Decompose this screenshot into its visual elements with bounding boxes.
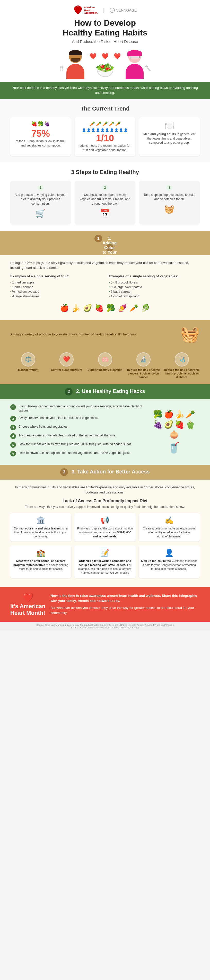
plate-icon: 🍽️: [143, 121, 196, 130]
woman-hair: [127, 50, 142, 56]
weight-icon-circle: ⚖️: [21, 352, 35, 366]
footer-subtext: But whatever actions you choose, they pa…: [50, 605, 200, 615]
header-section: American Heart Association. | ✓ VENNGAGE…: [0, 0, 210, 82]
digestion-label: Support healthy digestion: [88, 368, 122, 372]
woman-character: 🥄: [126, 50, 151, 79]
hack-item-6: 6 Look for low/no-sodium options for can…: [10, 451, 143, 457]
bp-icon: ❤️: [63, 356, 70, 363]
fruit-column: Examples of a single serving of fruit: 1…: [10, 274, 101, 299]
benefit-digestion: 🫁 Support healthy digestion: [87, 352, 123, 379]
hack-text-3: Choose whole fruits and vegetables.: [19, 425, 68, 429]
man-body: [66, 64, 84, 79]
fruit-icon: 🍇: [44, 121, 50, 127]
food-icon-2: 🍎: [164, 410, 173, 419]
infographic: American Heart Association. | ✓ VENNGAGE…: [0, 0, 210, 631]
strawberry-icon-2: 🍓: [95, 304, 104, 312]
action-text-6: Sign up for 'You're the Cure' and then s…: [141, 559, 198, 571]
man-figure: [66, 50, 84, 79]
food-icon-1: 🥦: [153, 410, 163, 419]
cancer-icon: 🔬: [140, 356, 147, 363]
basket-text: Adding a variety of produce to your diet…: [10, 332, 175, 336]
lack-subtitle: There are ways that you can actively sup…: [10, 505, 200, 509]
carrot-icon: 🥕: [89, 121, 95, 127]
heart-icon-1: ❤️: [90, 53, 96, 60]
spoon-icon: 🥄: [145, 65, 151, 79]
step-text-2: Use hacks to incorporate more veggies an…: [79, 193, 131, 205]
aha-text: American Heart Association.: [84, 6, 98, 14]
trend-number-2: 1/10: [79, 133, 131, 144]
section3-header-text: 3. Take Action for Better Access: [72, 469, 150, 474]
hack-item-3: 3 Choose whole fruits and vegetables.: [10, 425, 143, 430]
section1-header-text: 1. Adding Color to Your Diet: [106, 244, 114, 251]
fruit-item-2: 1 small banana: [10, 285, 101, 290]
woman-glasses: [130, 56, 139, 58]
footer-left: ❤️ It's American Heart Month!: [10, 592, 45, 617]
food-icon-8: 🫑: [186, 420, 195, 429]
food-icon-7: 🍓: [175, 420, 184, 429]
veg-item-2: ½ a large sweet potato: [109, 285, 200, 290]
action-intro: In many communities, fruits and vegetabl…: [10, 485, 200, 495]
strawberry-icon: 🍓: [31, 121, 37, 127]
step-card-3: 3 Take steps to improve access to fruits…: [139, 181, 200, 224]
broccoli-icon: 🥦: [38, 121, 43, 127]
benefits-row: ⚖️ Manage weight ❤️ Control blood pressu…: [0, 348, 210, 384]
step-number-1: 1: [38, 185, 44, 191]
apple-icon: 🍎: [60, 304, 69, 312]
action-text-4: Meet with an after-school or daycare pro…: [12, 559, 69, 571]
section2-header: 2 2. Use Healthy Eating Hacks: [0, 384, 210, 399]
footer-title: It's American Heart Month!: [10, 603, 45, 617]
hack-num-1: 1: [10, 404, 16, 410]
trend-cards: 🍓 🥦 🍇 75% of the US population is low in…: [10, 117, 200, 156]
section1-intro: Eating 2 to 2½ cups (4 to 5 servings) da…: [10, 260, 200, 270]
benefit-weight: ⚖️ Manage weight: [10, 352, 46, 379]
woman-body: [126, 64, 144, 79]
chronic-icon-circle: 🩺: [175, 352, 189, 366]
footer-heart-icon: ❤️: [10, 592, 45, 603]
bowl-area: ❤️ ❤️ ❤️ 🥗: [84, 53, 126, 79]
woman-head: [128, 50, 141, 63]
footer-line2: Heart Month!: [10, 609, 45, 616]
veg-item-3: 6 baby carrots: [109, 290, 200, 294]
man-character: 🍴: [59, 50, 84, 79]
man-hair: [69, 50, 82, 55]
section2-content: 1 Fresh, frozen, canned and dried all co…: [0, 399, 210, 465]
benefit-chronic: 🩺 Reduce the risk of chronic health prob…: [164, 352, 200, 379]
veg-column: Examples of a single serving of vegetabl…: [109, 274, 200, 299]
woman-figure: [126, 50, 144, 79]
heart-icon-2: ❤️: [102, 53, 109, 60]
venngage-logo: ✓ VENNGAGE: [110, 8, 137, 13]
hack-num-5: 5: [10, 442, 16, 448]
hack-text-1: Fresh, frozen, canned and dried all coun…: [19, 404, 143, 413]
cancer-label: Reduce the risk of some cancers, such as…: [126, 368, 161, 379]
section2-number: 2: [65, 388, 72, 396]
people-icons: 👤👤👤👤👤 👤👤👤👤👤: [79, 128, 131, 132]
trend-title: The Current Trend: [10, 105, 200, 112]
hack-item-5: 5 Look for fruit packed in its own fruit…: [10, 442, 143, 448]
hack-text-5: Look for fruit packed in its own fruit j…: [19, 442, 132, 446]
hack-item-1: 1 Fresh, frozen, canned and dried all co…: [10, 404, 143, 413]
digestion-icon: 🫁: [102, 356, 109, 363]
current-trend-section: The Current Trend 🍓 🥦 🍇 75% of the US po…: [0, 99, 210, 163]
section1-header: 1 1. Adding Color to Your Diet: [0, 231, 210, 255]
fruit-item-4: 4 large strawberries: [10, 294, 101, 299]
hack-text-6: Look for low/no-sodium options for canne…: [19, 451, 130, 455]
basket-icon: 🧺: [180, 325, 200, 344]
food-icon-6: 🥑: [164, 420, 173, 429]
green-banner-text: Your best defense is a healthy lifestyle…: [12, 86, 198, 95]
trend-card-2: 🥕 🥕 🥕 🥕 🥕 👤👤👤👤👤 👤👤👤👤👤 1/10 adults meets …: [75, 117, 135, 156]
section3-header: 3 3. Take Action for Better Access: [0, 465, 210, 480]
action-text-2: Find ways to spread the word about nutri…: [77, 527, 133, 538]
logo-divider: |: [103, 8, 104, 13]
basket-area: Adding a variety of produce to your diet…: [0, 320, 210, 348]
section1-adding-color: 1 1. Adding Color to Your Diet Eating 2 …: [0, 231, 210, 384]
lack-title: Lack of Access Can Profoundly Impact Die…: [10, 499, 200, 503]
chronic-icon: 🩺: [178, 356, 185, 363]
section2-hacks: 2 2. Use Healthy Eating Hacks 1 Fresh, f…: [0, 384, 210, 465]
carrot-icon-4: 🥕: [109, 121, 114, 127]
step-icon-3: 🧺: [143, 204, 196, 214]
weight-label: Manage weight: [18, 368, 38, 372]
aha-logo: American Heart Association.: [73, 5, 98, 16]
hacks-list: 1 Fresh, frozen, canned and dried all co…: [10, 404, 143, 460]
hearts-row: ❤️ ❤️ ❤️: [90, 53, 121, 60]
hack-item-4: 4 Try to eat a variety of vegetables, in…: [10, 433, 143, 439]
